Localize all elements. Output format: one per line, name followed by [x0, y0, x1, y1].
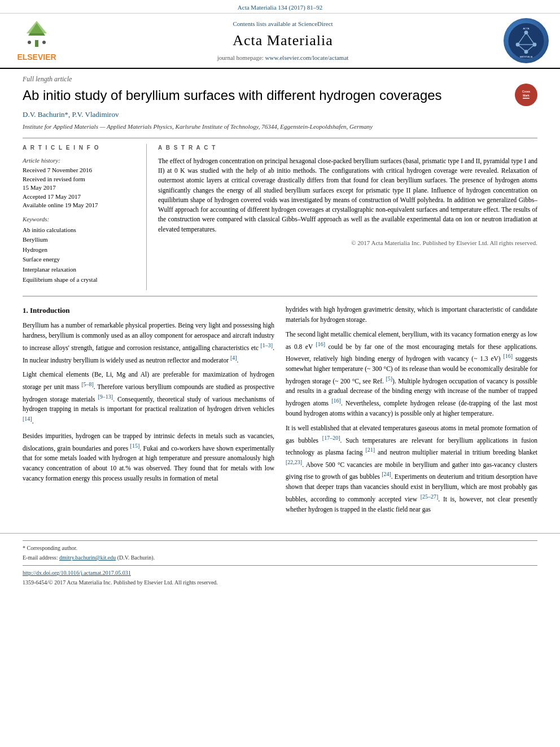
article-content: Full length article Ab initio study of b…	[0, 69, 560, 525]
body-two-col: 1. Introduction Beryllium has a number o…	[23, 305, 537, 519]
article-info-abstract: A R T I C L E I N F O Article history: R…	[23, 138, 537, 296]
keywords-block: Keywords: Ab initio calculations Berylli…	[23, 215, 138, 285]
available-date: Available online 19 May 2017	[23, 201, 138, 209]
ref-16c[interactable]: [16]	[331, 397, 341, 404]
ref-22-23[interactable]: [22,23]	[286, 459, 302, 465]
journal-header: ELSEVIER Contents lists available at Sci…	[0, 14, 560, 69]
ref-21[interactable]: [21]	[365, 447, 375, 453]
journal-title-area: Contents lists available at ScienceDirec…	[73, 18, 492, 63]
ref-1-3[interactable]: [1–3]	[260, 342, 273, 348]
body-left-col: 1. Introduction Beryllium has a number o…	[23, 305, 274, 519]
article-type: Full length article	[23, 75, 537, 84]
ref-9-13[interactable]: [9–13]	[98, 394, 113, 400]
elsevier-tree-icon	[17, 19, 56, 50]
keyword-4: Surface energy	[23, 255, 138, 265]
journal-logo-circle: ACTA MATERIALIA	[504, 18, 549, 63]
journal-homepage: journal homepage: www.elsevier.com/locat…	[73, 54, 492, 62]
svg-text:Mark: Mark	[523, 94, 530, 97]
body-para-2: Light chemical elements (Be, Li, Mg and …	[23, 370, 274, 427]
ref-14[interactable]: [14]	[23, 416, 32, 422]
keywords-list: Ab initio calculations Beryllium Hydroge…	[23, 225, 138, 285]
journal-title: Acta Materialia	[73, 30, 492, 51]
received-revised-date: 15 May 2017	[23, 184, 138, 192]
svg-point-3	[28, 41, 31, 44]
body-para-4: hydrides with high hydrogen gravimetric …	[286, 305, 537, 325]
doi-link[interactable]: http://dx.doi.org/10.1016/j.actamat.2017…	[23, 570, 131, 576]
received-revised-label: Received in revised form	[23, 175, 138, 184]
body-para-5: The second light metallic chemical eleme…	[286, 330, 537, 419]
issn-line: 1359-6454/© 2017 Acta Materialia Inc. Pu…	[23, 579, 537, 587]
svg-text:ACTA: ACTA	[523, 27, 529, 29]
homepage-link[interactable]: www.elsevier.com/locate/actamat	[265, 54, 349, 61]
journal-citation: Acta Materialia 134 (2017) 81–92	[238, 4, 322, 11]
history-label: Article history:	[23, 156, 138, 165]
svg-text:MATERIALIA: MATERIALIA	[520, 56, 533, 58]
ref-5-8[interactable]: [5–8]	[81, 381, 94, 387]
elsevier-logo-area: ELSEVIER	[6, 18, 68, 63]
ref-15[interactable]: [15]	[130, 443, 140, 449]
title-crossmark-area: Ab initio study of beryllium surfaces wi…	[23, 86, 537, 110]
received-date: Received 7 November 2016	[23, 166, 138, 174]
footer-divider-2	[23, 565, 537, 566]
ref-16a[interactable]: [16]	[316, 341, 325, 347]
svg-point-4	[42, 41, 46, 44]
journal-top-bar: Acta Materialia 134 (2017) 81–92	[0, 0, 560, 14]
svg-rect-0	[35, 40, 38, 47]
keyword-2: Beryllium	[23, 235, 138, 245]
abstract-heading: A B S T R A C T	[158, 144, 537, 152]
crossmark-badge[interactable]: Cross Mark	[515, 84, 537, 106]
author-email-link[interactable]: dmitry.bachurin@kit.edu	[59, 554, 116, 561]
accepted-date: Accepted 17 May 2017	[23, 193, 138, 201]
body-para-1: Beryllium has a number of remarkable phy…	[23, 321, 274, 365]
journal-logo-area: ACTA MATERIALIA	[498, 18, 554, 63]
article-history-block: Article history: Received 7 November 201…	[23, 156, 138, 209]
body-right-col: hydrides with high hydrogen gravimetric …	[286, 305, 537, 519]
keyword-6: Equilibrium shape of a crystal	[23, 275, 138, 285]
ref-5[interactable]: [5]	[386, 375, 392, 382]
body-para-6: It is well established that at elevated …	[286, 423, 537, 515]
doi-line: http://dx.doi.org/10.1016/j.actamat.2017…	[23, 569, 537, 577]
svg-text:Cross: Cross	[522, 90, 530, 93]
article-info-column: A R T I C L E I N F O Article history: R…	[23, 144, 147, 290]
svg-marker-2	[27, 21, 47, 33]
sciencedirect-text: Contents lists available at ScienceDirec…	[73, 20, 492, 28]
abstract-column: A B S T R A C T The effect of hydrogen c…	[158, 144, 537, 290]
acta-materialia-logo-icon: ACTA MATERIALIA	[508, 20, 544, 62]
abstract-text: The effect of hydrogen concentration on …	[158, 156, 537, 234]
ref-17-20[interactable]: [17–20]	[322, 435, 340, 441]
keyword-5: Interplanar relaxation	[23, 265, 138, 275]
ref-25-27[interactable]: [25–27]	[421, 493, 439, 500]
copyright-line: © 2017 Acta Materialia Inc. Published by…	[158, 239, 537, 247]
section1-title: 1. Introduction	[23, 305, 274, 316]
authors: D.V. Bachurin*, P.V. Vladimirov	[23, 110, 537, 120]
article-info-heading: A R T I C L E I N F O	[23, 144, 138, 152]
ref-16b[interactable]: [16]	[504, 353, 513, 359]
elsevier-brand-text: ELSEVIER	[17, 52, 56, 63]
ref-4[interactable]: [4]	[230, 355, 237, 361]
affiliation: Institute for Applied Materials — Applie…	[23, 123, 537, 131]
ref-24[interactable]: [24]	[382, 471, 391, 477]
keyword-3: Hydrogen	[23, 245, 138, 255]
crossmark-icon: Cross Mark	[517, 86, 535, 104]
email-note: E-mail address: dmitry.bachurin@kit.edu …	[23, 554, 537, 562]
article-title: Ab initio study of beryllium surfaces wi…	[23, 86, 442, 104]
corresponding-author-note: * Corresponding author.	[23, 544, 537, 552]
footer-divider	[23, 540, 537, 541]
keywords-label: Keywords:	[23, 215, 138, 224]
article-footer: * Corresponding author. E-mail address: …	[0, 533, 560, 594]
body-para-3: Besides impurities, hydrogen can be trap…	[23, 431, 274, 484]
keyword-1: Ab initio calculations	[23, 225, 138, 235]
